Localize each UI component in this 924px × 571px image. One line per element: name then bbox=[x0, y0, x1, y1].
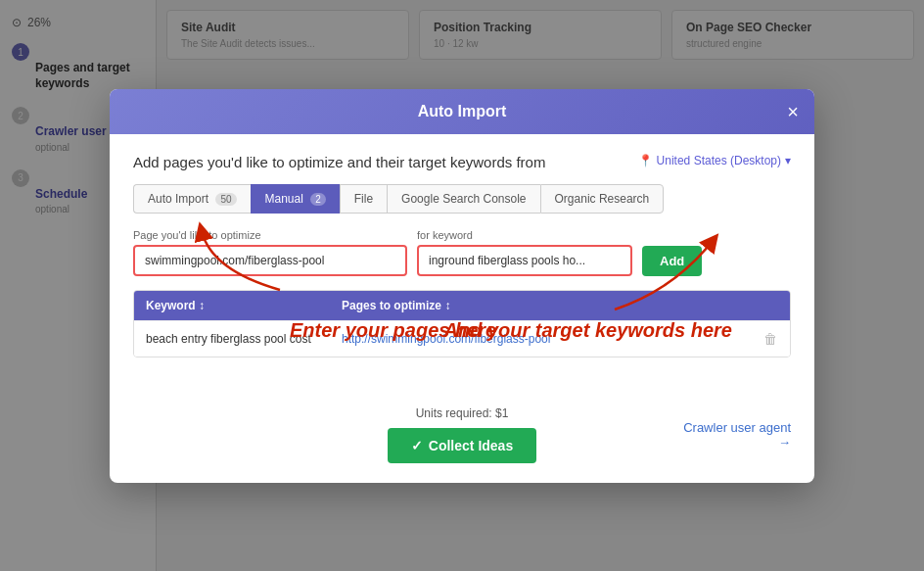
crawler-link-text: Crawler user agent → bbox=[673, 420, 791, 450]
tab-auto-import-badge: 50 bbox=[215, 193, 236, 206]
location-text: United States (Desktop) bbox=[657, 154, 781, 167]
delete-row-button[interactable]: 🗑 bbox=[751, 321, 790, 357]
cell-page: http://swimmingpool.com/fiberglass-pool bbox=[330, 321, 751, 357]
page-input-group: Page you'd like to optimize bbox=[133, 229, 407, 276]
tab-manual-badge: 2 bbox=[310, 193, 326, 206]
footer-right: Crawler user agent → bbox=[673, 420, 791, 450]
keyword-value: beach entry fiberglass pool cost bbox=[146, 332, 311, 346]
tab-organic-label: Organic Research bbox=[555, 192, 650, 206]
tab-auto-import-label: Auto Import bbox=[148, 192, 208, 206]
subtitle-text: Add pages you'd like to optimize and the… bbox=[133, 154, 545, 170]
modal-header: Auto Import × bbox=[110, 89, 814, 134]
col-pages-header: Pages to optimize ↕ bbox=[330, 291, 751, 320]
location-selector[interactable]: 📍 United States (Desktop) ▾ bbox=[638, 154, 791, 167]
add-button[interactable]: Add bbox=[642, 246, 702, 276]
keyword-input-group: for keyword bbox=[417, 229, 632, 276]
col-keyword-header: Keyword ↕ bbox=[134, 291, 330, 320]
pin-icon: 📍 bbox=[638, 154, 653, 167]
cell-keyword: beach entry fiberglass pool cost bbox=[134, 321, 330, 357]
tab-file[interactable]: File bbox=[340, 184, 387, 214]
modal-overlay: Auto Import × Add pages you'd like to op… bbox=[0, 0, 924, 571]
modal-close-button[interactable]: × bbox=[787, 102, 799, 121]
tab-google-search-console[interactable]: Google Search Console bbox=[387, 184, 539, 214]
page-link[interactable]: http://swimmingpool.com/fiberglass-pool bbox=[342, 332, 550, 346]
collect-ideas-label: Collect Ideas bbox=[429, 438, 513, 453]
modal-body: Add pages you'd like to optimize and the… bbox=[110, 134, 814, 393]
page-keyword-input-row: Page you'd like to optimize for keyword … bbox=[133, 229, 791, 276]
tab-file-label: File bbox=[354, 192, 373, 206]
collect-ideas-button[interactable]: ✓ Collect Ideas bbox=[388, 428, 536, 463]
page-input[interactable] bbox=[133, 245, 407, 276]
dropdown-arrow-icon: ▾ bbox=[785, 154, 791, 167]
tab-organic-research[interactable]: Organic Research bbox=[540, 184, 665, 214]
annotation-area: Keyword ↕ Pages to optimize ↕ beach entr… bbox=[133, 290, 791, 357]
tab-manual-label: Manual bbox=[265, 192, 303, 206]
modal-footer: Units required: $1 ✓ Collect Ideas Crawl… bbox=[110, 393, 814, 483]
tab-gsc-label: Google Search Console bbox=[401, 192, 526, 206]
modal-subtitle: Add pages you'd like to optimize and the… bbox=[133, 154, 791, 170]
crawler-user-agent-link[interactable]: Crawler user agent → bbox=[673, 420, 791, 450]
footer-center: Units required: $1 ✓ Collect Ideas bbox=[388, 406, 536, 463]
table-header: Keyword ↕ Pages to optimize ↕ bbox=[134, 291, 790, 320]
tab-auto-import[interactable]: Auto Import 50 bbox=[133, 184, 251, 214]
import-tabs: Auto Import 50 Manual 2 File Google Sear… bbox=[133, 184, 791, 214]
modal-title: Auto Import bbox=[418, 103, 507, 120]
checkmark-icon: ✓ bbox=[411, 438, 423, 453]
page-input-label: Page you'd like to optimize bbox=[133, 229, 407, 241]
auto-import-modal: Auto Import × Add pages you'd like to op… bbox=[110, 89, 814, 483]
tab-manual[interactable]: Manual 2 bbox=[251, 184, 340, 214]
units-required-text: Units required: $1 bbox=[416, 406, 509, 420]
col-actions-header bbox=[751, 291, 790, 320]
pages-table: Keyword ↕ Pages to optimize ↕ beach entr… bbox=[133, 290, 791, 357]
keyword-input-label: for keyword bbox=[417, 229, 632, 241]
table-row: beach entry fiberglass pool cost http://… bbox=[134, 320, 790, 357]
keyword-input[interactable] bbox=[417, 245, 632, 276]
